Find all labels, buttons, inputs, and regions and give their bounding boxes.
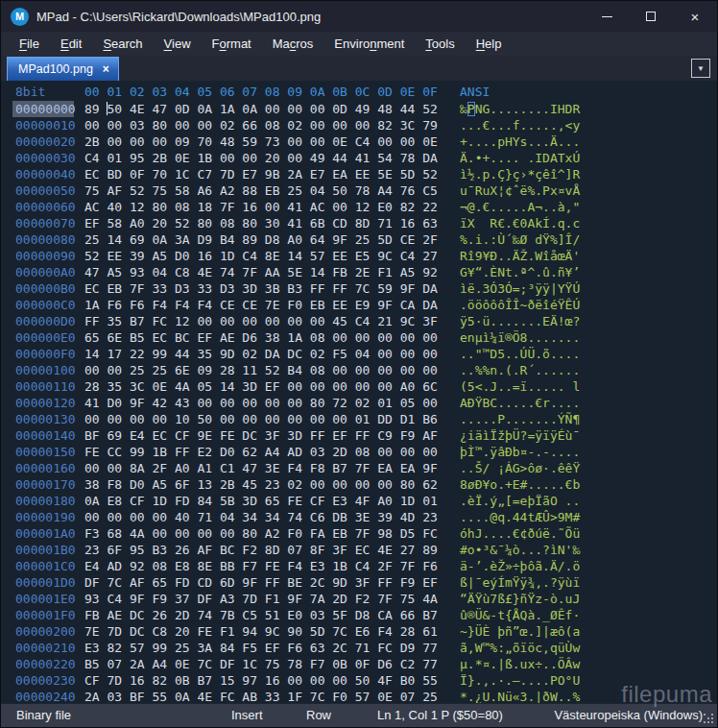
hex-row[interactable]: 00000040EC BD 0F 70 1C C7 7D E7 9B 2A E7…: [12, 166, 717, 182]
row-ansi-text[interactable]: ì½.p.Ç}ç›*çêî^]R: [460, 166, 580, 182]
hex-row[interactable]: 000000C01A F6 F6 F4 F4 F4 CE CE 7E F0 EB…: [12, 297, 717, 313]
row-hex-bytes[interactable]: 2A 03 BF 55 0A 4E FC AB 33 1F 7C F0 57 0…: [84, 689, 438, 703]
hex-row[interactable]: 0000013000 00 00 00 10 50 00 00 00 00 00…: [12, 411, 717, 427]
row-hex-bytes[interactable]: E3 82 57 99 25 3A 84 F5 EF F6 63 2C 71 F…: [84, 640, 438, 656]
row-ansi-text[interactable]: Ï}.‚.·.—....PO°U: [460, 672, 580, 689]
hex-row[interactable]: 000001D0DF 7C AF 65 FD CD 6D 9F FF BE 2C…: [12, 574, 717, 591]
row-hex-bytes[interactable]: CF 7D 16 82 0B B7 15 97 16 00 00 00 50 4…: [84, 672, 438, 689]
row-hex-bytes[interactable]: FB AE DC 26 2D 74 7B C5 51 E0 03 5F D8 C…: [84, 607, 438, 623]
hex-row[interactable]: 0000001000 00 03 80 00 00 02 66 08 02 00…: [12, 117, 717, 133]
row-ansi-text[interactable]: ïX R€.€0AkÍ.q.c: [460, 215, 580, 231]
row-ansi-text[interactable]: G¥“.ÈNt.ª^.û.ñ¥’: [460, 264, 580, 280]
row-ansi-text[interactable]: enµì¼ï®Ö8.......: [460, 329, 580, 346]
row-hex-bytes[interactable]: 7E 7D DC C8 20 FE F1 94 9C 90 5D 7C E6 F…: [84, 623, 438, 640]
hex-row[interactable]: 0000005075 AF 52 75 58 A6 A2 88 EB 25 04…: [12, 182, 717, 199]
row-hex-bytes[interactable]: 00 00 00 00 40 71 04 34 34 74 C6 DB 3E 3…: [84, 509, 438, 525]
row-hex-bytes[interactable]: C4 01 95 2B 0E 1B 00 00 20 00 49 44 41 5…: [84, 150, 438, 166]
status-insert-mode[interactable]: Insert: [231, 708, 263, 722]
row-ansi-text[interactable]: %.i.:Ù´‰Ø dŸ%]Î/: [460, 231, 580, 248]
hex-row[interactable]: 0000011028 35 3C 0E 4A 05 14 3D EF 00 00…: [12, 378, 717, 395]
hex-row[interactable]: 0000000089 50 4E 47 0D 0A 1A 0A 00 00 00…: [12, 101, 717, 117]
row-ansi-text[interactable]: Ä.•+.... .IDATxÚ: [460, 150, 580, 166]
close-button[interactable]: ×: [673, 1, 717, 32]
row-hex-bytes[interactable]: 65 6E B5 EC BC EF AE D6 38 1A 08 00 00 0…: [84, 329, 438, 346]
row-hex-bytes[interactable]: 14 17 22 99 44 35 9D 02 DA DC 02 F5 04 0…: [84, 346, 438, 362]
row-ansi-text[interactable]: ....@q.44tÆÛ>9M#: [460, 509, 580, 525]
row-hex-bytes[interactable]: 52 EE 39 A5 D0 16 1D C4 8E 14 57 EE E5 9…: [84, 248, 438, 264]
hex-editor[interactable]: 8bit 00 01 02 03 04 05 06 07 08 09 0A 0B…: [1, 81, 717, 703]
row-ansi-text[interactable]: ÿ5·ü.......EÄ!œ?: [460, 313, 580, 329]
row-ansi-text[interactable]: µ.*¤.|ß.ux÷..ÖÂw: [460, 656, 580, 672]
row-hex-bytes[interactable]: 28 35 3C 0E 4A 05 14 3D EF 00 00 00 00 0…: [84, 378, 438, 395]
row-ansi-text[interactable]: ...€...f.....‚<y: [460, 117, 580, 133]
hex-row[interactable]: 000000D0FF 35 B7 FC 12 00 00 00 00 00 00…: [12, 313, 717, 329]
row-hex-bytes[interactable]: 47 A5 93 04 C8 4E 74 7F AA 5E 14 FB 2E F…: [84, 264, 438, 280]
row-hex-bytes[interactable]: 93 C4 9F F9 37 DF A3 7D F1 9F 7A 2D F2 7…: [84, 591, 438, 607]
row-ansi-text[interactable]: ~}ÜÈ þñ”œ.]|æô(a: [460, 623, 580, 640]
hex-row[interactable]: 000001E093 C4 9F F9 37 DF A3 7D F1 9F 7A…: [12, 591, 717, 607]
hex-row[interactable]: 000001F0FB AE DC 26 2D 74 7B C5 51 E0 03…: [12, 607, 717, 623]
row-hex-bytes[interactable]: 1A F6 F6 F4 F4 F4 CE CE 7E F0 EB EE E9 9…: [84, 297, 438, 313]
hex-row[interactable]: 0000010000 00 25 25 6E 09 28 11 52 B4 08…: [12, 362, 717, 378]
tab-close-icon[interactable]: ×: [103, 62, 109, 76]
menu-item-file[interactable]: File: [9, 34, 50, 54]
row-hex-bytes[interactable]: FE CC 99 1B FF E2 D0 62 A4 AD 03 2D 08 0…: [84, 444, 438, 460]
row-ansi-text[interactable]: u¯RuX¦¢ˆë%.Px¤vÅ: [460, 182, 580, 199]
row-hex-bytes[interactable]: EF 58 A0 20 52 80 08 80 30 41 6B CD 8D 7…: [84, 215, 438, 231]
menu-item-edit[interactable]: Edit: [50, 34, 92, 54]
menu-item-format[interactable]: Format: [202, 34, 262, 54]
row-hex-bytes[interactable]: AC 40 12 80 08 18 7F 16 00 41 AC 00 12 E…: [84, 199, 438, 215]
row-ansi-text[interactable]: ìë.3Ó3Ó=;³ÿÿ|YŸÚ: [460, 280, 580, 297]
menu-item-search[interactable]: Search: [92, 34, 153, 54]
row-hex-bytes[interactable]: 41 D0 9F 42 43 00 00 00 00 00 80 72 02 0…: [84, 395, 438, 411]
tab-list-dropdown-button[interactable]: ▼: [691, 59, 710, 78]
row-hex-bytes[interactable]: 0A E8 CF 1D FD 84 5B 3D 65 FE CF E3 4F A…: [84, 493, 438, 509]
row-ansi-text[interactable]: ß|¯eýÍmŸÿ¾,.?ÿùï: [460, 574, 580, 591]
row-hex-bytes[interactable]: 75 AF 52 75 58 A6 A2 88 EB 25 04 50 78 A…: [84, 182, 438, 199]
row-ansi-text[interactable]: ..Š/ ¡ÁG>ôø·.êêŸ: [460, 460, 580, 476]
row-hex-bytes[interactable]: 2B 00 00 00 09 70 48 59 73 00 00 0E C4 0…: [84, 133, 438, 150]
tab-mpad100[interactable]: MPad100.png ×: [7, 57, 119, 81]
hex-row[interactable]: 0000008025 14 69 0A 3A D9 B4 89 D8 A0 64…: [12, 231, 717, 248]
hex-row[interactable]: 00000230CF 7D 16 82 0B B7 15 97 16 00 00…: [12, 672, 717, 689]
row-hex-bytes[interactable]: 89 50 4E 47 0D 0A 1A 0A 00 00 00 0D 49 4…: [84, 101, 438, 117]
row-ansi-text[interactable]: .."™D5..ÚÜ.õ....: [460, 346, 580, 362]
row-ansi-text[interactable]: 8øÐ¥o.+E#.....€b: [460, 476, 580, 493]
hex-row[interactable]: 0000017038 F8 D0 A5 6F 13 2B 45 23 02 00…: [12, 476, 717, 493]
row-ansi-text[interactable]: ‰PNG........IHDR: [460, 101, 580, 117]
hex-row[interactable]: 000001B023 6F 95 B3 26 AF BC F2 8D 07 8F…: [12, 542, 717, 558]
row-ansi-text[interactable]: *.¿U.Nü«3.|ðW..%: [460, 689, 580, 703]
status-nav-mode[interactable]: Row: [306, 708, 331, 722]
row-hex-bytes[interactable]: DF 7C AF 65 FD CD 6D 9F FF BE 2C 9D 3F F…: [84, 574, 438, 591]
hex-row[interactable]: 00000220B5 07 2A A4 0E 7C DF 1C 75 78 F7…: [12, 656, 717, 672]
row-hex-bytes[interactable]: E4 AD 92 08 E8 8E BB F7 FE F4 E3 1B C4 2…: [84, 558, 438, 574]
row-hex-bytes[interactable]: 00 00 00 00 10 50 00 00 00 00 00 00 01 D…: [84, 411, 438, 427]
row-ansi-text[interactable]: þÌ™.ÿâÐb¤-.-....: [460, 444, 580, 460]
row-ansi-text[interactable]: .èÏ.ý„[=eþÏãO ..: [460, 493, 580, 509]
row-hex-bytes[interactable]: 00 00 03 80 00 00 02 66 08 02 00 00 00 8…: [84, 117, 438, 133]
hex-row[interactable]: 0000012041 D0 9F 42 43 00 00 00 00 00 80…: [12, 395, 717, 411]
hex-row[interactable]: 000000B0EC EB 7F 33 D3 33 D3 3D 3B B3 FF…: [12, 280, 717, 297]
menu-item-macros[interactable]: Macros: [262, 34, 324, 54]
menu-item-tools[interactable]: Tools: [415, 34, 465, 54]
row-ansi-text[interactable]: “ÄŸù7ß£}ñŸz-ò.uJ: [460, 591, 580, 607]
menu-item-help[interactable]: Help: [466, 34, 513, 54]
row-ansi-text[interactable]: ..%%n.(.R´......: [460, 362, 580, 378]
row-hex-bytes[interactable]: EC EB 7F 33 D3 33 D3 3D 3B B3 FF FF 7C 5…: [84, 280, 438, 297]
status-encoding[interactable]: Västeuropeiska (Windows): [554, 708, 703, 722]
menu-item-environment[interactable]: Environment: [323, 34, 415, 54]
hex-row[interactable]: 000001C0E4 AD 92 08 E8 8E BB F7 FE F4 E3…: [12, 558, 717, 574]
hex-row[interactable]: 000000202B 00 00 00 09 70 48 59 73 00 00…: [12, 133, 717, 150]
row-ansi-text[interactable]: #o•³&¯¼ò...?ìN'‰: [460, 542, 580, 558]
row-hex-bytes[interactable]: 00 00 8A 2F A0 A1 C1 47 3E F4 F8 B7 7F E…: [84, 460, 438, 476]
row-ansi-text[interactable]: ã‚W™%:„õïöc,qüÙw: [460, 640, 580, 656]
hex-row[interactable]: 000002402A 03 BF 55 0A 4E FC AB 33 1F 7C…: [12, 689, 717, 703]
hex-row[interactable]: 00000060AC 40 12 80 08 18 7F 16 00 41 AC…: [12, 199, 717, 215]
row-ansi-text[interactable]: +....pHYs...Ä...: [460, 133, 580, 150]
row-hex-bytes[interactable]: F3 68 4A 00 00 00 00 80 A2 F0 FA EB 7F 9…: [84, 525, 438, 542]
row-hex-bytes[interactable]: 25 14 69 0A 3A D9 B4 89 D8 A0 64 9F 25 5…: [84, 231, 438, 248]
row-hex-bytes[interactable]: BF 69 E4 EC CF 9E FE DC 3F 3D FF EF FF C…: [84, 427, 438, 444]
hex-row[interactable]: 000002007E 7D DC C8 20 FE F1 94 9C 90 5D…: [12, 623, 717, 640]
hex-row[interactable]: 00000030C4 01 95 2B 0E 1B 00 00 20 00 49…: [12, 150, 717, 166]
maximize-button[interactable]: [629, 1, 673, 32]
